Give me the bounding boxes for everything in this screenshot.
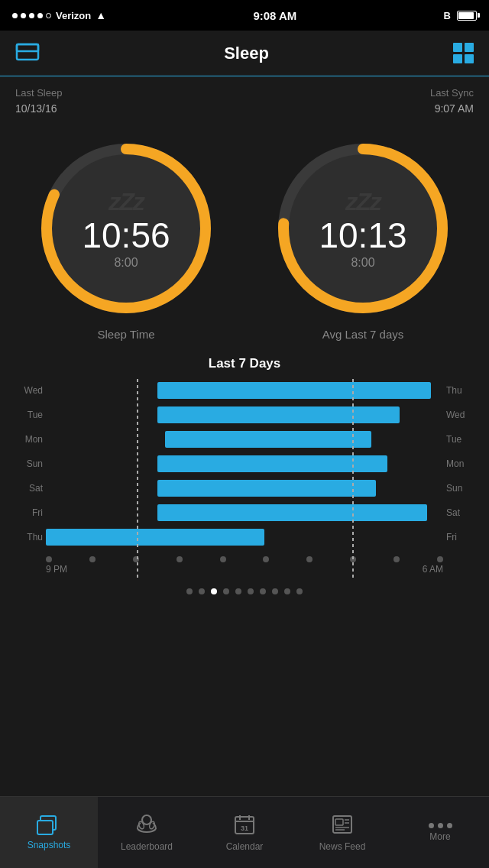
battery-fill [458, 12, 474, 19]
page-dot-5[interactable] [235, 588, 241, 594]
sleep-circles: zZz 10:56 8:00 Sleep Time zZz 10:13 8:00… [0, 121, 489, 348]
x-label-end: 6 AM [423, 564, 443, 575]
chart-area: Wed Thu Tue Wed Mon Tue Sun Mon [0, 379, 489, 579]
page-dot-10[interactable] [296, 588, 303, 594]
day-label-sun-r: Sun [446, 483, 483, 494]
x-dot [46, 556, 52, 562]
page-dot-3-active[interactable] [211, 588, 217, 594]
sleep-time-goal: 8:00 [82, 255, 170, 269]
x-dot [263, 556, 269, 562]
day-label-mon: Mon [6, 434, 43, 445]
page-dot-1[interactable] [186, 588, 193, 594]
day-label-thu: Thu [446, 385, 483, 396]
last-sleep-date: 10/13/16 [15, 101, 62, 117]
page-dots [0, 579, 489, 601]
page-dot-2[interactable] [199, 588, 205, 594]
newsfeed-icon [332, 814, 353, 838]
x-dot [393, 556, 400, 562]
tab-bar: Snapshots Leaderboard 31 [0, 796, 489, 868]
sleep-time-value: 10:56 [82, 217, 170, 252]
chart-dashed-line-end [352, 379, 354, 579]
day-label-fri-r: Fri [446, 532, 483, 542]
avg-sleep-circle: zZz 10:13 8:00 Avg Last 7 days [271, 137, 455, 341]
avg-sleep-goal: 8:00 [319, 255, 406, 269]
tab-item-more[interactable]: More [391, 797, 489, 868]
last-sync-label: Last Sync [430, 86, 474, 101]
page-dot-9[interactable] [284, 588, 290, 594]
x-dot [220, 556, 226, 562]
status-bar: Verizon ▲ 9:08 AM B [0, 0, 489, 31]
day-label-sat-r: Sat [446, 507, 483, 518]
day-label-sat: Sat [6, 483, 43, 494]
more-dot-3 [447, 823, 452, 828]
zzz-icon-right: zZz [319, 187, 406, 215]
status-time: 9:08 AM [253, 9, 296, 22]
more-dot-1 [429, 823, 434, 828]
more-dot-2 [438, 823, 443, 828]
leaderboard-icon [135, 814, 158, 838]
inbox-icon[interactable] [15, 40, 40, 67]
day-label-wed-r: Wed [446, 410, 483, 420]
chart-row: Mon Tue [46, 428, 443, 451]
chart-x-labels: 9 PM 6 AM [46, 564, 443, 579]
tab-label-more: More [429, 831, 450, 842]
carrier-label: Verizon [56, 10, 91, 21]
x-dot [437, 556, 443, 562]
chart-x-dots [46, 550, 443, 564]
day-label-fri: Fri [6, 507, 43, 518]
page-dot-8[interactable] [272, 588, 278, 594]
page-dot-7[interactable] [260, 588, 266, 594]
tab-item-leaderboard[interactable]: Leaderboard [98, 797, 196, 868]
page-dot-6[interactable] [248, 588, 254, 594]
grid-icon[interactable] [453, 43, 474, 63]
day-label-mon-r: Mon [446, 458, 483, 469]
chart-row: Sat Sun [46, 477, 443, 500]
svg-rect-17 [335, 819, 343, 825]
battery-indicator [457, 11, 477, 21]
last-sync-info: Last Sync 9:07 AM [430, 86, 474, 117]
chart-row: Sun Mon [46, 452, 443, 475]
day-label-wed: Wed [6, 385, 43, 396]
avg-sleep-display: zZz 10:13 8:00 [319, 187, 406, 269]
day-label-tue: Tue [6, 410, 43, 420]
calendar-icon: 31 [234, 814, 255, 838]
svg-text:31: 31 [241, 824, 248, 832]
status-left: Verizon ▲ [12, 9, 106, 21]
x-dot [306, 556, 313, 562]
zzz-icon: zZz [82, 187, 170, 215]
sleep-chart: Last 7 Days Wed Thu Tue Wed Mon Tue [0, 348, 489, 579]
signal-dots [12, 13, 51, 18]
tab-label-newsfeed: News Feed [319, 841, 366, 852]
wifi-icon: ▲ [96, 9, 106, 21]
tab-item-newsfeed[interactable]: News Feed [293, 797, 391, 868]
sleep-time-display: zZz 10:56 8:00 [82, 187, 170, 269]
day-label-tue-r: Tue [446, 434, 483, 445]
tab-item-snapshots[interactable]: Snapshots [0, 797, 98, 868]
last-sleep-info: Last Sleep 10/13/16 [15, 86, 62, 117]
more-icon [429, 823, 452, 828]
x-label-start: 9 PM [46, 564, 67, 575]
page-dot-4[interactable] [223, 588, 229, 594]
sleep-info-row: Last Sleep 10/13/16 Last Sync 9:07 AM [0, 76, 489, 121]
chart-title: Last 7 Days [0, 356, 489, 371]
avg-sleep-gauge: zZz 10:13 8:00 [271, 137, 455, 320]
x-dot [89, 556, 96, 562]
bluetooth-icon: B [444, 10, 451, 21]
sleep-time-gauge: zZz 10:56 8:00 [34, 137, 218, 320]
chart-row: Thu Fri [46, 526, 443, 549]
sleep-time-label: Sleep Time [97, 328, 154, 341]
last-sleep-label: Last Sleep [15, 86, 62, 101]
chart-row: Tue Wed [46, 403, 443, 426]
avg-sleep-label: Avg Last 7 days [322, 328, 403, 341]
chart-row: Fri Sat [46, 501, 443, 524]
svg-point-10 [148, 821, 155, 829]
page-title: Sleep [224, 44, 269, 63]
day-label-sun: Sun [6, 458, 43, 469]
last-sync-time: 9:07 AM [430, 101, 474, 117]
chart-row: Wed Thu [46, 379, 443, 402]
sleep-time-circle: zZz 10:56 8:00 Sleep Time [34, 137, 218, 341]
day-label-thu-l: Thu [6, 532, 43, 542]
snapshots-icon [37, 815, 61, 837]
tab-item-calendar[interactable]: 31 Calendar [196, 797, 293, 868]
avg-sleep-value: 10:13 [319, 217, 406, 252]
